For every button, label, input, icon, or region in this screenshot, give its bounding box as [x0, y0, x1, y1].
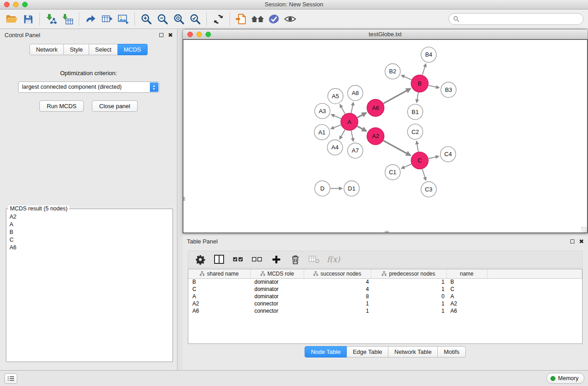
graph-node-A2[interactable]: A2: [367, 128, 384, 145]
show-hide-button[interactable]: [282, 11, 298, 27]
graph-node-A6[interactable]: A6: [367, 99, 384, 116]
graph-edge-A-A4[interactable]: [339, 129, 345, 139]
mcds-result-item[interactable]: A2: [6, 213, 172, 220]
tab-network[interactable]: Network: [29, 44, 64, 55]
graph-node-C1[interactable]: C1: [385, 165, 401, 180]
resize-grip[interactable]: [581, 227, 587, 233]
new-table-button[interactable]: [99, 11, 115, 27]
float-table-panel-icon[interactable]: [570, 239, 574, 243]
tab-motifs[interactable]: Motifs: [438, 346, 466, 357]
open-session-button[interactable]: [4, 11, 20, 27]
new-network-button[interactable]: [82, 11, 99, 27]
table-cell[interactable]: dominator: [250, 278, 304, 286]
memory-button[interactable]: Memory: [546, 373, 584, 384]
apply-check-button[interactable]: [266, 11, 282, 27]
column-header-predecessor-nodes[interactable]: predecessor nodes: [371, 269, 446, 278]
zoom-out-button[interactable]: [154, 11, 171, 27]
graph-edge-A-A8[interactable]: [351, 102, 354, 113]
network-maximize-button[interactable]: [206, 32, 211, 37]
table-cell[interactable]: A: [188, 293, 250, 300]
graph-node-B3[interactable]: B3: [441, 82, 456, 98]
graph-edge-A-A1[interactable]: [331, 125, 341, 129]
column-header-successor-nodes[interactable]: successor nodes: [304, 269, 371, 278]
tab-network-table[interactable]: Network Table: [388, 346, 438, 357]
delete-table-button[interactable]: [306, 252, 322, 267]
close-table-panel-icon[interactable]: ✖: [579, 238, 584, 244]
save-session-button[interactable]: [20, 11, 36, 27]
table-settings-button[interactable]: [192, 252, 208, 267]
tab-node-table[interactable]: Node Table: [305, 346, 347, 357]
graph-node-D1[interactable]: D1: [344, 181, 359, 196]
table-row[interactable]: A6connector11A6: [188, 307, 582, 315]
graph-edge-B-B3[interactable]: [429, 86, 440, 88]
open-file-button[interactable]: [233, 11, 249, 27]
column-header-name[interactable]: name: [446, 269, 487, 278]
graph-node-C3[interactable]: C3: [421, 182, 436, 197]
table-row[interactable]: A2connector11A2: [188, 300, 582, 307]
table-cell[interactable]: connector: [250, 300, 304, 307]
table-cell[interactable]: A6: [446, 307, 487, 315]
graph-node-A5[interactable]: A5: [328, 88, 343, 104]
zoom-in-button[interactable]: [138, 11, 154, 27]
table-cell[interactable]: 1: [304, 300, 371, 307]
table-cell[interactable]: C: [446, 286, 487, 293]
graph-edge-A-A7[interactable]: [351, 131, 354, 142]
network-close-button[interactable]: [187, 32, 193, 37]
zoom-fit-button[interactable]: [171, 11, 187, 27]
graph-node-A[interactable]: A: [341, 113, 358, 130]
table-row[interactable]: Cdominator41C: [188, 286, 582, 293]
search-input[interactable]: [459, 16, 583, 23]
tab-edge-table[interactable]: Edge Table: [347, 346, 388, 357]
network-canvas[interactable]: B4B2BB3A8A5A6A3B1AC2A1A2A4A7C4CC1C3DD1: [183, 39, 588, 233]
graph-edge-C-C1[interactable]: [402, 164, 411, 169]
table-cell[interactable]: A6: [188, 307, 250, 315]
graph-node-C[interactable]: C: [411, 152, 428, 169]
task-history-button[interactable]: [5, 373, 17, 384]
graph-edge-C-C3[interactable]: [422, 169, 426, 181]
table-cell[interactable]: 1: [371, 286, 446, 293]
table-row[interactable]: Bdominator41B: [188, 278, 582, 286]
close-panel-icon[interactable]: ✖: [168, 32, 173, 38]
table-cell[interactable]: 4: [304, 278, 371, 286]
deselect-all-rows-button[interactable]: [249, 252, 265, 267]
tab-select[interactable]: Select: [89, 44, 118, 55]
float-panel-icon[interactable]: [159, 33, 163, 37]
graph-node-A7[interactable]: A7: [348, 143, 363, 158]
table-cell[interactable]: 1: [371, 278, 446, 286]
criterion-dropdown[interactable]: largest connected component (directed) ▲…: [18, 81, 159, 93]
graph-edge-A2-C[interactable]: [383, 141, 411, 156]
graph-node-B[interactable]: B: [411, 75, 428, 92]
graph-edge-C-C4[interactable]: [429, 156, 439, 158]
graph-node-A1[interactable]: A1: [314, 124, 330, 140]
mcds-result-item[interactable]: A: [6, 220, 172, 228]
table-cell[interactable]: B: [446, 278, 487, 286]
graph-node-B4[interactable]: B4: [421, 47, 436, 62]
network-graph[interactable]: B4B2BB3A8A5A6A3B1AC2A1A2A4A7C4CC1C3DD1: [183, 40, 587, 233]
graph-edge-A6-B[interactable]: [383, 89, 411, 104]
graph-edge-A-A3[interactable]: [331, 114, 341, 119]
show-columns-button[interactable]: [211, 252, 227, 267]
import-table-button[interactable]: [59, 11, 76, 27]
mcds-result-item[interactable]: A6: [6, 243, 172, 251]
mcds-result-item[interactable]: B: [6, 228, 172, 236]
table-cell[interactable]: 0: [371, 293, 446, 300]
table-cell[interactable]: 4: [304, 286, 371, 293]
table-cell[interactable]: C: [188, 286, 250, 293]
home-layouts-button[interactable]: [249, 11, 266, 27]
tab-mcds[interactable]: MCDS: [118, 44, 147, 55]
graph-edge-A-A5[interactable]: [340, 105, 345, 114]
graph-node-A3[interactable]: A3: [315, 103, 330, 119]
refresh-view-button[interactable]: [210, 11, 226, 27]
add-column-button[interactable]: [268, 252, 284, 267]
graph-node-C4[interactable]: C4: [440, 147, 456, 162]
table-cell[interactable]: B: [188, 278, 250, 286]
graph-node-B1[interactable]: B1: [407, 104, 423, 119]
close-panel-button[interactable]: Close panel: [92, 100, 138, 112]
graph-edge-B-B1[interactable]: [416, 92, 418, 102]
node-table-container[interactable]: shared name MCDS role successor nodes pr…: [188, 269, 583, 344]
network-window-titlebar[interactable]: testGlobe.txt: [183, 29, 588, 39]
run-mcds-button[interactable]: Run MCDS: [39, 100, 84, 112]
maximize-window-button[interactable]: [22, 2, 28, 7]
graph-node-A8[interactable]: A8: [348, 86, 363, 101]
table-cell[interactable]: 1: [371, 300, 446, 307]
